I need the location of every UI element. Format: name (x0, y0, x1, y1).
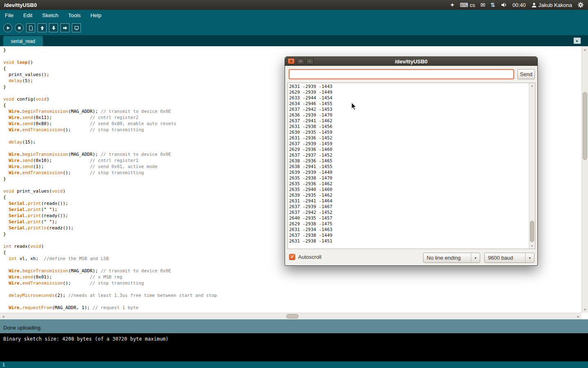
serial-output-scrollbar[interactable]: ▴ ▾ (529, 83, 535, 249)
code-line (3, 298, 581, 305)
baud-rate-dropdown[interactable]: 9600 baud ▾ (484, 253, 535, 263)
serial-line: 2631 -2938 -1451 (289, 238, 528, 244)
send-button[interactable]: Send (517, 69, 535, 79)
new-sketch-button[interactable] (26, 23, 35, 32)
serial-line: 2635 -2936 -1462 (289, 181, 528, 187)
verify-icon (5, 25, 11, 31)
serial-line: 2637 -2938 -1449 (289, 233, 528, 238)
check-icon: ✓ (290, 254, 294, 260)
editor-horizontal-scroll-thumb[interactable] (286, 314, 298, 319)
network-arrows-icon: ⇅ (490, 2, 495, 8)
serial-line: 2638 -2936 -1465 (289, 158, 528, 164)
autoscroll-checkbox[interactable]: ✓ (289, 254, 295, 260)
line-ending-dropdown[interactable]: No line ending ▾ (423, 253, 480, 263)
user-name-label: Jakub Kakona (539, 2, 572, 8)
serial-line: 2630 -2935 -1459 (289, 130, 528, 135)
tab-serial-read[interactable]: serial_read (3, 36, 43, 46)
menu-item-tools[interactable]: Tools (68, 12, 80, 18)
sound-indicator[interactable] (501, 2, 507, 8)
serial-line: 2631 -2934 -1463 (289, 227, 528, 233)
session-gear-icon (577, 2, 584, 8)
code-line: delayMicroseconds(2); //needs at least 1… (3, 292, 581, 298)
menu-item-help[interactable]: Help (90, 12, 101, 18)
clock-indicator[interactable]: 00:40 (512, 2, 526, 8)
editor-horizontal-scrollbar[interactable]: ◂ ▸ (0, 313, 581, 319)
user-menu[interactable]: Jakub Kakona (531, 2, 572, 8)
stop-button[interactable] (15, 23, 24, 32)
serial-monitor-button[interactable] (72, 23, 81, 32)
serial-line: 2631 -2939 -1443 (289, 84, 528, 90)
menu-item-edit[interactable]: Edit (23, 12, 32, 18)
scroll-right-icon[interactable]: ▸ (575, 313, 581, 319)
menu-item-sketch[interactable]: Sketch (42, 12, 58, 18)
indicator-star-icon[interactable]: ✦ (450, 2, 455, 8)
keyboard-icon: ⌨ (460, 2, 468, 8)
line-ending-value: No line ending (423, 255, 471, 261)
scroll-down-icon[interactable]: ▾ (529, 243, 535, 249)
tab-menu-button[interactable]: ▸ (573, 37, 581, 44)
open-sketch-icon (40, 25, 45, 31)
serial-send-input[interactable] (289, 69, 514, 79)
menu-item-file[interactable]: File (5, 12, 13, 18)
serial-line: 2631 -2936 -1452 (289, 135, 528, 141)
serial-monitor-icon (74, 25, 79, 31)
upload-button[interactable] (60, 23, 69, 32)
autoscroll-label: Autoscroll (298, 254, 321, 260)
keyboard-layout-label: cs (470, 2, 475, 8)
send-button-label: Send (520, 71, 532, 77)
code-line: } (3, 47, 581, 53)
editor-vertical-scrollbar[interactable]: ▴ ▾ (581, 46, 588, 313)
tab-label: serial_read (11, 38, 35, 44)
serial-monitor-footer: ✓ Autoscroll No line ending ▾ 9600 baud … (285, 252, 538, 264)
minimize-icon: – (299, 59, 302, 63)
scroll-up-icon[interactable]: ▴ (529, 83, 535, 88)
session-menu[interactable] (577, 2, 584, 8)
editor-vertical-scroll-thumb[interactable] (583, 92, 587, 160)
autoscroll-control[interactable]: ✓ Autoscroll (289, 254, 321, 260)
baud-rate-value: 9600 baud (485, 255, 525, 261)
serial-line: 2637 -2941 -1462 (289, 118, 528, 124)
scroll-left-icon[interactable]: ◂ (0, 313, 7, 319)
window-minimize-button[interactable]: – (297, 58, 304, 64)
chevron-down-icon: ▾ (471, 253, 480, 263)
window-close-button[interactable]: × (287, 58, 295, 64)
code-line: Wire.requestFrom(MAG_ADDR, 1); // reques… (3, 305, 581, 311)
serial-line: 2637 -2939 -1467 (289, 204, 528, 210)
serial-monitor-window: × – ▫ /dev/ttyUSB0 Send 2631 -2939 -1443… (285, 56, 538, 266)
serial-line: 2633 -2944 -1454 (289, 95, 528, 101)
serial-line: 2639 -2935 -1462 (289, 193, 528, 198)
console-text: Binary sketch size: 4208 bytes (of a 307… (3, 336, 169, 342)
serial-line: 2638 -2941 -1455 (289, 164, 528, 170)
scroll-down-icon[interactable]: ▾ (582, 306, 588, 313)
serial-output-scroll-thumb[interactable] (530, 221, 534, 242)
window-maximize-button[interactable]: ▫ (306, 58, 314, 64)
messaging-menu[interactable]: ✉ (481, 2, 486, 8)
network-indicator[interactable]: ⇅ (490, 2, 495, 8)
volume-icon (501, 2, 507, 8)
serial-line: 2637 -2937 -1452 (289, 153, 528, 158)
upload-icon (62, 25, 68, 31)
mail-icon: ✉ (481, 2, 486, 8)
serial-monitor-titlebar[interactable]: × – ▫ /dev/ttyUSB0 (285, 57, 537, 66)
tab-bar: serial_read ▸ (0, 35, 588, 46)
stop-icon (17, 25, 22, 31)
focused-window-title: /dev/ttyUSB0 (4, 2, 37, 8)
scroll-up-icon[interactable]: ▴ (582, 46, 588, 53)
code-line (3, 286, 581, 292)
serial-line: 2634 -2946 -1455 (289, 101, 528, 107)
save-sketch-button[interactable] (49, 23, 58, 32)
system-tray: ✦ ⌨ cs ✉ ⇅ 00:40 Jakub Kakona (450, 2, 584, 8)
open-sketch-button[interactable] (38, 23, 47, 32)
serial-line: 2629 -2938 -1475 (289, 221, 528, 227)
close-icon: × (290, 59, 292, 63)
serial-line: 2631 -2941 -1464 (289, 198, 528, 204)
code-line: Wire.send(0x01); // x MSB reg (3, 274, 581, 280)
chevron-down-icon: ▾ (525, 253, 534, 263)
serial-line: 2637 -2939 -1459 (289, 141, 528, 147)
verify-button[interactable] (3, 23, 12, 32)
window-buttons: × – ▫ (287, 58, 314, 64)
line-number: 1 (2, 362, 5, 367)
keyboard-layout-indicator[interactable]: ⌨ cs (460, 2, 475, 8)
serial-output[interactable]: 2631 -2939 -14432629 -2939 -14492633 -29… (289, 84, 528, 248)
status-message: Done uploading. (3, 325, 42, 331)
